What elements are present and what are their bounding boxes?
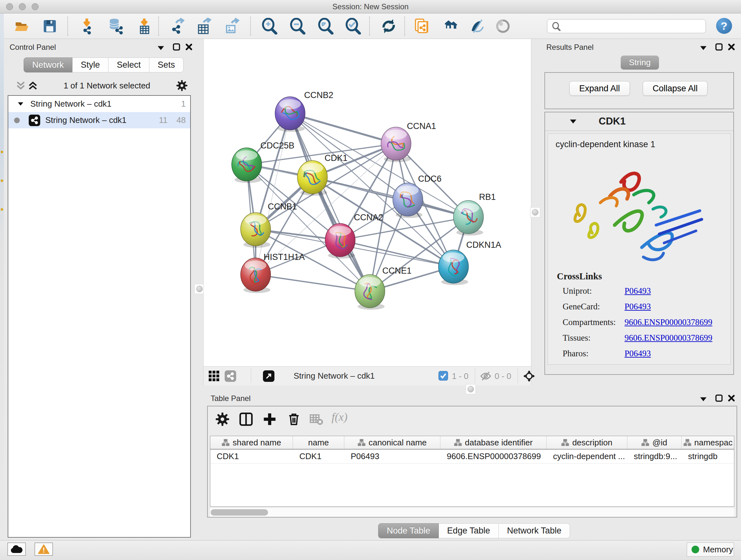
network-node-CCNA1[interactable] [381, 127, 411, 162]
show-columns-icon[interactable] [239, 412, 253, 426]
network-edge-CCNB2-HIST1H1A[interactable] [256, 113, 290, 274]
panel-menu-icon[interactable] [158, 46, 164, 50]
crosshair-icon[interactable] [523, 370, 536, 382]
tab-style[interactable]: Style [72, 57, 109, 72]
network-node-CDC6[interactable] [393, 183, 423, 218]
tab-node-table[interactable]: Node Table [378, 523, 439, 538]
warning-button[interactable] [35, 543, 53, 556]
refresh-icon[interactable] [381, 18, 397, 35]
table-cell[interactable]: CDK1 [210, 449, 293, 463]
expand-tree-icon[interactable] [16, 81, 25, 90]
tab-sets[interactable]: Sets [149, 57, 184, 72]
table-cell[interactable]: 9606.ENSP00000378699 [441, 449, 547, 463]
open-folder-icon[interactable] [14, 18, 30, 35]
network-node-RB1[interactable] [454, 200, 483, 236]
close-panel-icon[interactable] [185, 43, 193, 51]
export-table-icon[interactable] [196, 18, 212, 35]
network-node-HIST1H1A[interactable] [241, 258, 271, 293]
search-field[interactable] [547, 19, 706, 33]
selected-checkbox-icon[interactable] [439, 371, 448, 381]
collapse-collection-icon[interactable] [18, 102, 23, 106]
crosslink-row: Uniprot:P06493 [557, 286, 712, 296]
tab-edge-table[interactable]: Edge Table [439, 523, 499, 538]
zoom-fit-icon[interactable] [317, 18, 334, 35]
close-panel-icon[interactable] [728, 43, 735, 51]
float-panel-icon[interactable] [715, 43, 723, 51]
network-canvas[interactable]: CCNB2CCNA1CDC25BCDK1CDC6RB1CCNB1CCNA2CDK… [203, 39, 531, 366]
tab-network[interactable]: Network [23, 57, 72, 72]
column-header-@id[interactable]: @id [627, 436, 682, 449]
table-cell[interactable]: stringdb [682, 449, 734, 463]
table-settings-gear-icon[interactable] [215, 412, 229, 426]
expand-all-button[interactable]: Expand All [569, 81, 630, 96]
zoom-selected-icon[interactable] [345, 18, 361, 35]
collapse-card-icon[interactable] [570, 119, 576, 124]
column-header-shared-name[interactable]: shared name [210, 436, 293, 449]
close-panel-icon[interactable] [728, 394, 735, 402]
table-row[interactable]: CDK1CDK1P064939606.ENSP00000378699cyclin… [210, 449, 734, 463]
birdseye-view-icon[interactable] [495, 18, 511, 35]
zoom-in-icon[interactable] [261, 18, 278, 35]
table-horizontal-scrollbar[interactable] [210, 508, 734, 517]
float-panel-icon[interactable] [172, 43, 181, 51]
panel-menu-icon[interactable] [700, 46, 706, 50]
node-table[interactable]: shared namenamecanonical namedatabase id… [210, 436, 734, 507]
network-edge-CCNB2-CCNE1[interactable] [290, 113, 370, 291]
import-network-from-database-icon[interactable] [107, 18, 124, 35]
home-icon[interactable] [441, 18, 458, 35]
collapse-tree-icon[interactable] [28, 81, 38, 90]
column-header-name[interactable]: name [293, 436, 344, 449]
network-collection-row[interactable]: String Network – cdk1 1 [8, 96, 190, 112]
help-button[interactable]: ? [716, 18, 732, 34]
hidden-eye-icon[interactable] [480, 371, 491, 381]
panel-menu-icon[interactable] [700, 397, 706, 401]
column-header-description[interactable]: description [547, 436, 627, 449]
import-table-icon[interactable] [136, 18, 152, 35]
search-input[interactable] [564, 20, 701, 32]
tab-select[interactable]: Select [109, 57, 149, 72]
column-header-canonical-name[interactable]: canonical name [344, 436, 441, 449]
tab-network-table[interactable]: Network Table [499, 523, 570, 538]
collapse-all-button[interactable]: Collapse All [643, 81, 708, 96]
column-header-namespac[interactable]: namespac [682, 436, 734, 449]
open-in-window-icon[interactable] [263, 370, 274, 382]
share-view-icon[interactable] [225, 370, 236, 382]
column-header-database-identifier[interactable]: database identifier [441, 436, 547, 449]
import-network-icon[interactable] [78, 18, 95, 35]
export-image-icon[interactable] [223, 18, 240, 35]
delete-table-icon[interactable] [309, 412, 323, 426]
zoom-out-icon[interactable] [289, 18, 306, 35]
crosslink-link[interactable]: P06493 [624, 349, 651, 359]
right-splitter-handle[interactable] [530, 207, 540, 217]
network-node-CCNB1[interactable] [241, 212, 271, 248]
network-options-gear-icon[interactable] [176, 80, 188, 91]
scrollbar-thumb[interactable] [211, 509, 268, 516]
network-node-CDK1[interactable] [297, 161, 327, 196]
table-cell[interactable]: CDK1 [293, 449, 344, 463]
copy-style-icon[interactable] [414, 18, 430, 35]
network-edge-HIST1H1A-CCNE1[interactable] [256, 274, 370, 291]
network-row-selected[interactable]: String Network – cdk1 11 48 [8, 112, 190, 128]
show-hide-graphics-details-icon[interactable] [469, 18, 486, 35]
crosslink-link[interactable]: 9606.ENSP00000378699 [624, 333, 712, 343]
protein-card-header[interactable]: CDK1 [545, 112, 733, 131]
table-cell[interactable]: P06493 [344, 449, 441, 463]
export-network-icon[interactable] [169, 18, 186, 35]
memory-button[interactable]: Memory [687, 543, 734, 557]
add-column-icon[interactable] [263, 412, 277, 426]
crosslink-link[interactable]: P06493 [624, 286, 651, 296]
tab-string[interactable]: String [621, 56, 659, 70]
network-node-CDKN1A[interactable] [439, 250, 468, 285]
crosslink-link[interactable]: 9606.ENSP00000378699 [624, 317, 712, 327]
network-node-CDC25B[interactable] [232, 148, 262, 183]
float-panel-icon[interactable] [715, 394, 723, 402]
crosslink-link[interactable]: P06493 [624, 302, 651, 312]
cloud-button[interactable] [7, 543, 26, 556]
table-cell[interactable]: stringdb:9... [627, 449, 682, 463]
save-session-icon[interactable] [42, 18, 58, 35]
delete-column-icon[interactable] [287, 412, 301, 426]
table-cell[interactable]: cyclin-dependent ... [547, 449, 627, 463]
network-node-CCNA2[interactable] [325, 224, 355, 259]
grid-view-icon[interactable] [209, 371, 219, 381]
network-node-CCNE1[interactable] [355, 274, 385, 310]
